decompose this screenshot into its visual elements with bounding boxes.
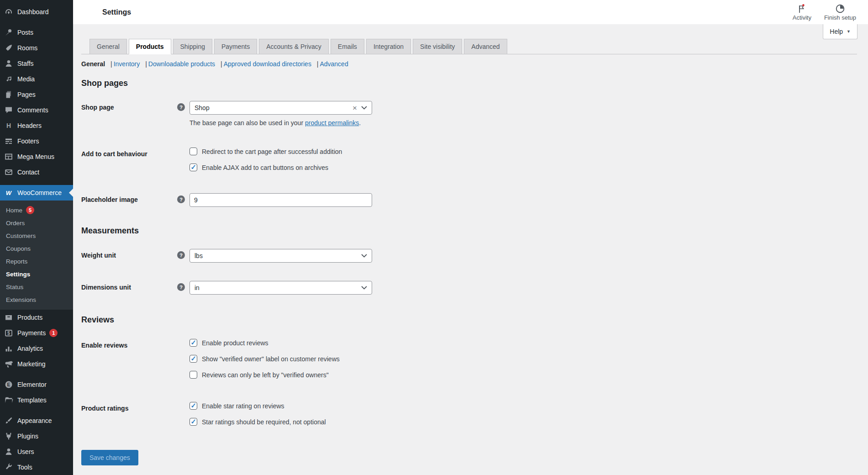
section-heading-measurements: Measurements	[81, 226, 857, 236]
checkbox-option-ajax-add-to-cart[interactable]: Enable AJAX add to cart buttons on archi…	[189, 164, 342, 171]
sidebar-item-rooms[interactable]: Rooms	[0, 40, 73, 56]
redirect-cart-checkbox[interactable]	[189, 148, 197, 155]
setting-label: Enable reviews	[81, 339, 177, 379]
subnav-item-approved-download-directories[interactable]: Approved download directories	[224, 60, 311, 68]
brush-icon	[4, 416, 13, 425]
help-tip-icon[interactable]: ?	[177, 283, 185, 291]
checkbox-option-enable-star-rating[interactable]: Enable star rating on reviews	[189, 402, 326, 410]
sidebar-separator	[0, 180, 73, 185]
sidebar-item-woocommerce[interactable]: W WooCommerce	[0, 185, 73, 201]
help-tip-icon[interactable]: ?	[177, 103, 185, 111]
star-ratings-required-checkbox[interactable]	[189, 418, 197, 426]
settings-tabs: General Products Shipping Payments Accou…	[81, 39, 857, 54]
bar-chart-icon	[4, 344, 13, 353]
sidebar-item-media[interactable]: Media	[0, 71, 73, 87]
sidebar-item-footers[interactable]: Footers	[0, 133, 73, 149]
sidebar-item-appearance[interactable]: Appearance	[0, 413, 73, 428]
sidebar-subitem-reports[interactable]: Reports	[0, 255, 73, 268]
sidebar-item-label: Posts	[17, 29, 33, 36]
tab-emails[interactable]: Emails	[331, 39, 364, 54]
sidebar-subitem-settings[interactable]: Settings	[0, 268, 73, 280]
setting-row-shop-page: Shop page ? Shop × The base page can als…	[81, 101, 857, 127]
checkbox-option-verified-owners-only[interactable]: Reviews can only be left by "verified ow…	[189, 371, 340, 379]
enable-product-reviews-checkbox[interactable]	[189, 339, 197, 347]
sidebar-item-plugins[interactable]: Plugins	[0, 428, 73, 444]
sidebar-item-mega-menus[interactable]: Mega Menus	[0, 149, 73, 164]
product-permalinks-link[interactable]: product permalinks	[305, 119, 359, 127]
sidebar-item-dashboard[interactable]: Dashboard	[0, 4, 73, 20]
dashboard-icon	[4, 7, 13, 16]
sidebar-item-label: Comments	[17, 106, 48, 114]
sidebar-subitem-extensions[interactable]: Extensions	[0, 293, 73, 306]
sidebar-item-analytics[interactable]: Analytics	[0, 341, 73, 356]
tab-site-visibility[interactable]: Site visibility	[413, 39, 462, 54]
dimensions-unit-select[interactable]: in	[189, 281, 372, 295]
sidebar-item-label: Rooms	[17, 44, 37, 52]
clear-selection-icon[interactable]: ×	[352, 104, 357, 112]
subnav-item-downloadable-products[interactable]: Downloadable products	[148, 60, 215, 68]
wrench-icon	[4, 463, 13, 472]
tab-accounts-privacy[interactable]: Accounts & Privacy	[259, 39, 329, 54]
sidebar-subitem-coupons[interactable]: Coupons	[0, 242, 73, 255]
sidebar-subitem-orders[interactable]: Orders	[0, 216, 73, 229]
sidebar-subitem-customers[interactable]: Customers	[0, 229, 73, 242]
weight-unit-select[interactable]: lbs	[189, 249, 372, 263]
checkbox-option-enable-product-reviews[interactable]: Enable product reviews	[189, 339, 340, 347]
setting-label: Placeholder image	[81, 193, 177, 207]
help-tip-icon[interactable]: ?	[177, 251, 185, 259]
checkbox-option-redirect-cart[interactable]: Redirect to the cart page after successf…	[189, 148, 342, 155]
help-tip-icon[interactable]: ?	[177, 195, 185, 203]
subnav-item-inventory[interactable]: Inventory	[114, 60, 140, 68]
sidebar-item-elementor[interactable]: E Elementor	[0, 377, 73, 392]
tab-general[interactable]: General	[89, 39, 127, 54]
sidebar-item-contact[interactable]: Contact	[0, 164, 73, 180]
checkbox-option-verified-owner-label[interactable]: Show "verified owner" label on customer …	[189, 355, 340, 363]
verified-owners-only-checkbox[interactable]	[189, 371, 197, 379]
shop-page-select[interactable]: Shop ×	[189, 101, 372, 115]
envelope-icon	[4, 168, 13, 177]
page-title: Settings	[102, 8, 131, 16]
sidebar-subitem-status[interactable]: Status	[0, 280, 73, 293]
sidebar-item-tools[interactable]: Tools	[0, 459, 73, 475]
box-icon	[4, 313, 13, 322]
sidebar-item-label: WooCommerce	[17, 189, 62, 196]
sidebar-item-staffs[interactable]: Staffs	[0, 56, 73, 71]
shop-page-description: The base page can also be used in your p…	[189, 119, 372, 127]
setting-label: Dimensions unit	[81, 281, 177, 295]
tab-shipping[interactable]: Shipping	[173, 39, 213, 54]
subnav-item-advanced[interactable]: Advanced	[320, 60, 348, 68]
help-dropdown-button[interactable]: Help ▼	[823, 24, 857, 39]
activity-button[interactable]: Activity	[793, 4, 811, 21]
checkbox-option-star-ratings-required[interactable]: Star ratings should be required, not opt…	[189, 418, 326, 426]
sidebar-item-templates[interactable]: Templates	[0, 392, 73, 408]
sidebar-subitem-home[interactable]: Home 5	[0, 204, 73, 216]
finish-setup-button[interactable]: Finish setup	[824, 4, 856, 21]
sidebar-item-comments[interactable]: Comments	[0, 102, 73, 118]
save-changes-button[interactable]: Save changes	[81, 450, 138, 465]
tab-products[interactable]: Products	[129, 39, 171, 54]
sidebar-item-pages[interactable]: Pages	[0, 87, 73, 102]
sidebar-item-users[interactable]: Users	[0, 444, 73, 459]
sidebar-item-label: Tools	[17, 464, 32, 471]
tab-advanced[interactable]: Advanced	[464, 39, 507, 54]
tab-integration[interactable]: Integration	[366, 39, 411, 54]
chevron-down-icon	[361, 286, 367, 290]
sidebar-item-label: Users	[17, 448, 34, 455]
person-icon	[4, 59, 13, 68]
sidebar-item-posts[interactable]: Posts	[0, 25, 73, 40]
verified-owner-label-checkbox[interactable]	[189, 355, 197, 363]
setup-progress-icon	[835, 4, 845, 14]
sidebar-item-label: Plugins	[17, 433, 38, 440]
sidebar-item-payments[interactable]: $ Payments 1	[0, 325, 73, 341]
enable-star-rating-checkbox[interactable]	[189, 402, 197, 410]
placeholder-image-input[interactable]	[189, 193, 372, 207]
woocommerce-menu-block: W WooCommerce Home 5 Orders Customers Co…	[0, 185, 73, 310]
sidebar-item-label: Marketing	[17, 360, 45, 368]
ajax-add-to-cart-checkbox[interactable]	[189, 164, 197, 171]
settings-content: General Products Shipping Payments Accou…	[73, 24, 868, 475]
sidebar-item-headers[interactable]: H Headers	[0, 118, 73, 133]
tab-payments[interactable]: Payments	[214, 39, 257, 54]
comment-icon	[4, 106, 13, 115]
sidebar-item-products[interactable]: Products	[0, 310, 73, 325]
sidebar-item-marketing[interactable]: Marketing	[0, 356, 73, 372]
